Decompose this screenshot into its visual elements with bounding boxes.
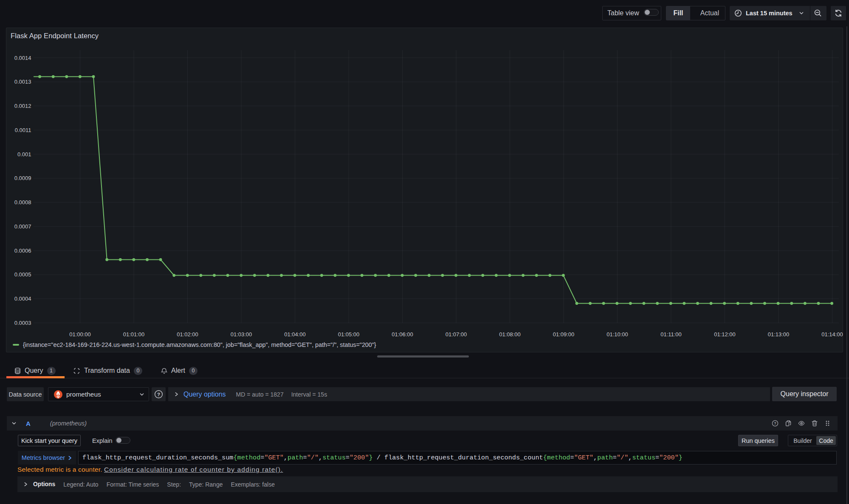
svg-text:?: ? <box>157 392 160 397</box>
svg-text:?: ? <box>774 421 776 425</box>
